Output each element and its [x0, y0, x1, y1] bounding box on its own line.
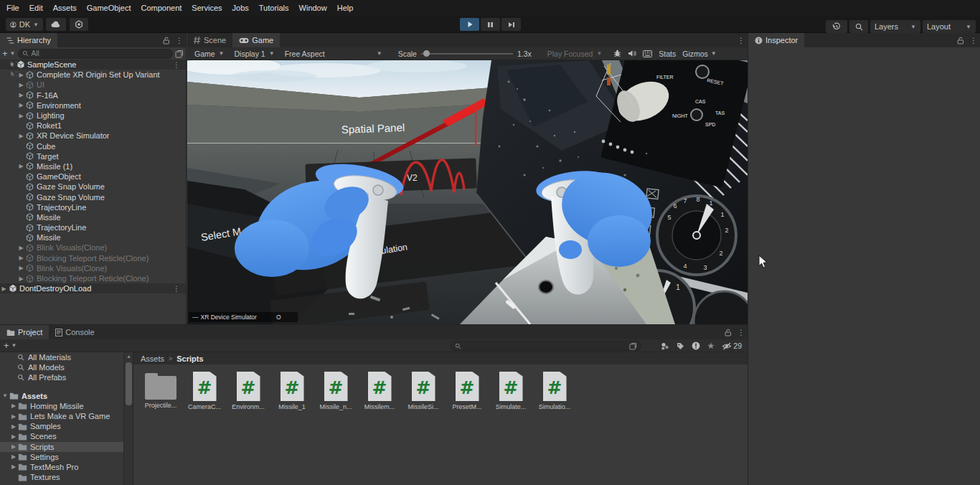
- lock-icon[interactable]: [725, 329, 732, 336]
- project-folder-scripts[interactable]: ▶Scripts: [0, 442, 123, 452]
- favorite-item[interactable]: All Prefabs: [0, 372, 123, 382]
- step-button[interactable]: [501, 18, 521, 31]
- hierarchy-item[interactable]: TrajectoryLine: [0, 222, 186, 232]
- asset-script[interactable]: #PresetM...: [447, 372, 487, 410]
- asset-script[interactable]: #Missile_n...: [316, 372, 356, 410]
- project-folder-textures[interactable]: Textures: [0, 472, 123, 482]
- window-picker-icon[interactable]: [629, 342, 637, 350]
- undo-history-button[interactable]: [826, 20, 847, 33]
- hierarchy-item[interactable]: ▶Missile (1): [0, 161, 186, 171]
- kebab-menu-icon[interactable]: ⋮: [738, 329, 745, 336]
- hierarchy-item[interactable]: Gaze Snap Volume: [0, 192, 186, 202]
- vsync-icon[interactable]: [613, 50, 621, 57]
- menu-component[interactable]: Component: [136, 0, 187, 16]
- metrics-icon[interactable]: [643, 50, 652, 57]
- project-folder-homing-missile[interactable]: ▶Homing Missile: [0, 401, 123, 411]
- tab-game[interactable]: Game: [232, 33, 280, 47]
- menu-assets[interactable]: Assets: [48, 0, 82, 16]
- hierarchy-item[interactable]: Missile: [0, 232, 186, 242]
- create-asset-button[interactable]: +: [4, 340, 9, 351]
- asset-type-filter-icon[interactable]: [661, 342, 669, 350]
- hierarchy-item[interactable]: Missile: [0, 212, 186, 222]
- lock-icon[interactable]: [163, 37, 170, 44]
- hierarchy-item[interactable]: TrajectoryLine: [0, 202, 186, 212]
- pause-button[interactable]: [481, 18, 500, 31]
- hierarchy-item[interactable]: ▶Environment: [0, 100, 186, 110]
- display-target-dropdown[interactable]: Display 1▼: [230, 47, 279, 60]
- asset-script[interactable]: #Missile_1: [272, 372, 312, 410]
- asset-script[interactable]: #CameraC...: [184, 372, 225, 410]
- menu-edit[interactable]: Edit: [24, 0, 48, 16]
- play-focused-dropdown[interactable]: Play Focused▼: [543, 47, 607, 60]
- create-asset-caret[interactable]: ▼: [11, 342, 17, 349]
- window-picker-icon[interactable]: [175, 50, 184, 58]
- hierarchy-item[interactable]: Cube: [0, 141, 186, 151]
- hidden-count-toggle[interactable]: 29: [722, 342, 742, 350]
- hierarchy-item[interactable]: GameObject: [0, 171, 186, 182]
- account-button[interactable]: DK▼: [6, 18, 43, 31]
- hierarchy-item[interactable]: ▶XR Device Simulator: [0, 131, 186, 141]
- hierarchy-item[interactable]: ▶Blocking Teleport Reticle(Clone): [0, 273, 186, 283]
- menu-window[interactable]: Window: [294, 0, 332, 16]
- search-button[interactable]: [849, 20, 868, 33]
- tab-inspector[interactable]: Inspector: [748, 33, 804, 47]
- stats-toggle[interactable]: Stats: [659, 50, 676, 58]
- scale-slider[interactable]: [421, 53, 513, 55]
- hierarchy-item[interactable]: ▶F-16A: [0, 90, 186, 100]
- asset-script[interactable]: #Missilem...: [359, 372, 400, 410]
- kebab-menu-icon[interactable]: ⋮: [176, 37, 183, 44]
- asset-script[interactable]: #MissileSi...: [403, 372, 443, 410]
- tab-console[interactable]: Console: [49, 325, 100, 339]
- asset-folder[interactable]: Projectile...: [141, 372, 181, 410]
- assets-root-folder[interactable]: ▼Assets: [0, 391, 123, 401]
- tab-scene[interactable]: Scene: [187, 33, 232, 47]
- hierarchy-scene-row[interactable]: ▼SampleScene⋮: [0, 60, 186, 70]
- hierarchy-item[interactable]: ▶Lighting: [0, 110, 186, 121]
- hierarchy-item[interactable]: ▶Complete XR Origin Set Up Variant: [0, 70, 186, 80]
- hierarchy-item[interactable]: Target: [0, 151, 186, 161]
- menu-help[interactable]: Help: [332, 0, 359, 16]
- project-folder-settings[interactable]: ▶Settings: [0, 452, 123, 462]
- hierarchy-item[interactable]: ▶UI: [0, 80, 186, 90]
- breadcrumb-root[interactable]: Assets: [141, 354, 164, 363]
- lock-icon[interactable]: [957, 37, 964, 44]
- tab-project[interactable]: Project: [0, 325, 49, 339]
- hierarchy-dontdestroy-row[interactable]: ▶DontDestroyOnLoad⋮: [0, 283, 186, 293]
- mute-audio-icon[interactable]: [628, 50, 636, 57]
- asset-script[interactable]: #Simulate...: [491, 372, 531, 410]
- hierarchy-item[interactable]: Roket1: [0, 121, 186, 131]
- aspect-dropdown[interactable]: Free Aspect▼: [281, 47, 387, 60]
- scroll-up-arrow[interactable]: ▲: [126, 354, 131, 359]
- visibility-toggle-icon[interactable]: [9, 60, 18, 69]
- play-button[interactable]: [460, 18, 479, 31]
- game-viewport[interactable]: Spatial Panel Select M V2 imulation FILT…: [187, 60, 748, 324]
- game-display-mode-dropdown[interactable]: Game▼: [190, 47, 229, 60]
- add-object-caret[interactable]: ▼: [10, 50, 16, 57]
- menu-tutorials[interactable]: Tutorials: [254, 0, 294, 16]
- settings-hub-button[interactable]: [70, 18, 88, 31]
- menu-file[interactable]: File: [1, 0, 24, 16]
- favorites-star-icon[interactable]: ★: [707, 341, 715, 351]
- layout-dropdown[interactable]: Layout▼: [923, 20, 976, 33]
- add-object-button[interactable]: +: [2, 50, 8, 57]
- kebab-menu-icon[interactable]: ⋮: [738, 37, 745, 44]
- asset-script[interactable]: #Simulatio...: [534, 372, 575, 410]
- hierarchy-item[interactable]: ▶Blocking Teleport Reticle(Clone): [0, 253, 186, 263]
- project-folder-lets-make-a-vr-game[interactable]: ▶Lets Make a VR Game: [0, 411, 123, 421]
- hierarchy-item[interactable]: ▶Blink Visuals(Clone): [0, 242, 186, 253]
- cloud-button[interactable]: [46, 18, 66, 31]
- tab-hierarchy[interactable]: Hierarchy: [0, 33, 57, 47]
- favorite-item[interactable]: All Materials: [0, 352, 123, 362]
- hierarchy-search-input[interactable]: All: [18, 49, 173, 59]
- project-tree-scrollbar[interactable]: ▲: [123, 352, 133, 485]
- kebab-menu-icon[interactable]: ⋮: [970, 37, 977, 44]
- hierarchy-item[interactable]: Gaze Snap Volume: [0, 182, 186, 192]
- gizmos-dropdown[interactable]: Gizmos▼: [682, 50, 717, 58]
- warning-filter-icon[interactable]: [692, 342, 700, 350]
- project-folder-scenes[interactable]: ▶Scenes: [0, 431, 123, 441]
- visibility-toggle-icon[interactable]: [9, 70, 18, 79]
- menu-services[interactable]: Services: [187, 0, 227, 16]
- menu-gameobject[interactable]: GameObject: [82, 0, 136, 16]
- project-folder-samples[interactable]: ▶Samples: [0, 421, 123, 431]
- hierarchy-item[interactable]: ▶Blink Visuals(Clone): [0, 263, 186, 273]
